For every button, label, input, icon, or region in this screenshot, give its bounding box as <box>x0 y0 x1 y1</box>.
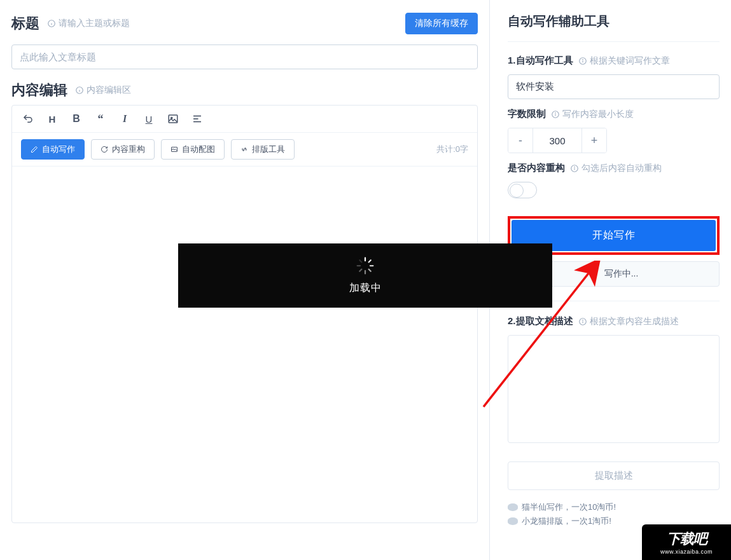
editor-toolbar: H B “ I U <box>12 106 477 133</box>
info-icon <box>578 317 587 326</box>
rebuild-toggle[interactable] <box>508 182 537 198</box>
sec2-hint: 根据文章内容生成描述 <box>578 316 679 327</box>
svg-rect-28 <box>365 270 366 275</box>
description-textarea[interactable] <box>508 335 720 443</box>
auto-image-button[interactable]: 自动配图 <box>161 139 225 160</box>
rebuild-hint: 勾选后内容自动重构 <box>570 163 662 174</box>
wordlimit-stepper: - + <box>508 128 607 153</box>
extract-description-button[interactable]: 提取描述 <box>508 461 720 490</box>
wordlimit-input[interactable] <box>533 128 582 153</box>
underline-icon[interactable]: U <box>142 112 156 126</box>
svg-point-23 <box>582 320 583 320</box>
align-icon[interactable] <box>190 112 204 126</box>
info-icon <box>75 86 84 95</box>
sidebar-title: 自动写作辅助工具 <box>508 13 720 30</box>
info-icon <box>570 164 579 173</box>
quote-icon[interactable]: “ <box>94 112 108 126</box>
svg-point-20 <box>574 167 575 167</box>
coin-icon <box>508 517 518 525</box>
keyword-input[interactable] <box>508 74 720 99</box>
svg-rect-29 <box>359 268 363 272</box>
editor-body[interactable] <box>12 167 477 522</box>
info-icon <box>551 110 560 119</box>
sec1-label: 1.自动写作工具 <box>508 55 573 67</box>
title-heading: 标题 <box>11 14 39 33</box>
loading-text: 加载中 <box>349 282 382 295</box>
italic-icon[interactable]: I <box>118 112 132 126</box>
rebuild-button[interactable]: 内容重构 <box>91 139 155 160</box>
image-icon[interactable] <box>166 112 180 126</box>
undo-icon[interactable] <box>21 112 35 126</box>
watermark-logo: 下载吧 www.xiazaiba.com <box>642 524 731 560</box>
stepper-plus-button[interactable]: + <box>582 128 606 153</box>
heading-icon[interactable]: H <box>45 112 59 126</box>
rebuild-label: 是否内容重构 <box>508 162 565 174</box>
info-icon <box>47 19 56 28</box>
info-icon <box>578 57 587 65</box>
svg-rect-27 <box>368 268 372 272</box>
svg-rect-25 <box>368 259 372 263</box>
stepper-minus-button[interactable]: - <box>508 128 533 153</box>
sec1-hint: 根据关键词写作文章 <box>578 55 670 67</box>
svg-point-17 <box>555 113 556 113</box>
svg-rect-31 <box>359 259 363 263</box>
svg-rect-26 <box>370 265 374 266</box>
word-count: 共计:0字 <box>436 144 468 155</box>
clear-cache-button[interactable]: 清除所有缓存 <box>405 13 478 34</box>
svg-rect-24 <box>365 257 366 262</box>
coin-icon <box>508 503 518 511</box>
content-hint: 内容编辑区 <box>75 85 131 96</box>
layout-tool-button[interactable]: 排版工具 <box>231 139 295 160</box>
svg-rect-30 <box>357 265 361 266</box>
auto-write-button[interactable]: 自动写作 <box>21 139 85 160</box>
title-hint: 请输入主题或标题 <box>47 18 130 29</box>
bold-icon[interactable]: B <box>69 112 83 126</box>
wordlimit-hint: 写作内容最小长度 <box>551 109 634 120</box>
spinner-icon <box>356 256 375 275</box>
svg-point-14 <box>582 59 583 60</box>
loading-overlay: 加载中 <box>178 243 552 308</box>
article-title-input[interactable] <box>11 44 478 69</box>
content-heading: 内容编辑 <box>11 81 67 100</box>
footer-notes: 猫半仙写作，一次10淘币! 小龙猫排版，一次1淘币! <box>508 502 720 527</box>
editor-box: H B “ I U 自动写作 <box>11 105 478 523</box>
wordlimit-label: 字数限制 <box>508 108 546 120</box>
sec2-label: 2.提取文档描述 <box>508 315 573 327</box>
